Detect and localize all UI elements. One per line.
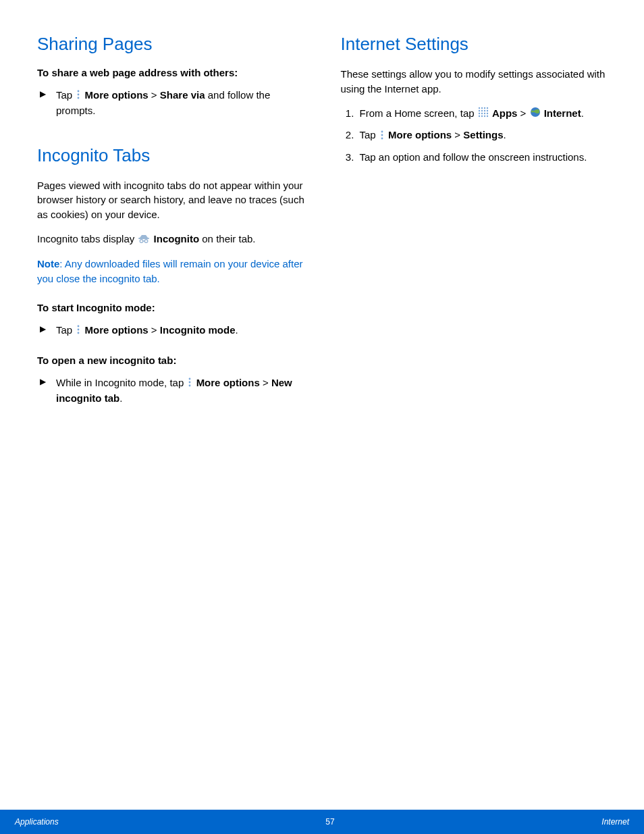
svg-point-20: [487, 109, 488, 111]
incognito-display: Incognito tabs display Incognito on thei…: [37, 232, 307, 247]
svg-point-2: [78, 97, 80, 99]
left-column: Sharing Pages To share a web page addres…: [37, 34, 307, 422]
svg-point-4: [140, 240, 144, 243]
svg-point-28: [487, 115, 488, 116]
svg-point-8: [78, 329, 80, 331]
more-options-icon: [76, 88, 81, 103]
footer-page-number: 57: [325, 817, 334, 827]
incognito-icon: [138, 232, 150, 247]
incognito-desc: Pages viewed with incognito tabs do not …: [37, 178, 307, 222]
svg-point-16: [487, 107, 488, 108]
step-start-incognito: Tap More options > Incognito mode.: [53, 323, 307, 338]
svg-point-25: [479, 115, 480, 116]
svg-point-22: [481, 112, 483, 113]
svg-point-32: [381, 137, 383, 139]
footer-right: Internet: [601, 817, 629, 827]
step-home-apps-internet: From a Home screen, tap Apps >: [357, 106, 611, 122]
svg-point-12: [189, 385, 191, 387]
step-follow-instructions: Tap an option and follow the onscreen in…: [357, 150, 611, 165]
svg-point-7: [78, 325, 80, 328]
more-options-icon: [379, 129, 385, 144]
heading-sharing-pages: Sharing Pages: [37, 34, 307, 55]
svg-point-19: [484, 109, 485, 111]
svg-point-26: [481, 115, 483, 116]
svg-point-9: [78, 332, 80, 334]
svg-point-27: [484, 115, 485, 116]
step-open-incognito-tab: While in Incognito mode, tap More option…: [53, 375, 307, 406]
more-options-icon: [76, 323, 81, 338]
subhead-open-incognito-tab: To open a new incognito tab:: [37, 355, 307, 366]
svg-point-14: [481, 107, 483, 108]
svg-point-1: [78, 94, 80, 96]
svg-point-24: [487, 112, 488, 113]
heading-incognito-tabs: Incognito Tabs: [37, 145, 307, 166]
svg-point-5: [145, 240, 149, 243]
svg-point-21: [479, 112, 480, 113]
step-more-settings: Tap More options > Settings.: [357, 128, 611, 143]
step-share: Tap More options > Share via and follow …: [53, 88, 307, 118]
svg-point-18: [481, 109, 483, 111]
right-column: Internet Settings These settings allow y…: [341, 34, 611, 422]
subhead-share: To share a web page address with others:: [37, 67, 307, 78]
svg-point-30: [381, 130, 383, 132]
settings-desc: These settings allow you to modify setti…: [341, 67, 611, 97]
heading-internet-settings: Internet Settings: [341, 34, 611, 55]
subhead-start-incognito: To start Incognito mode:: [37, 302, 307, 313]
svg-point-15: [484, 107, 485, 108]
svg-rect-3: [138, 238, 149, 239]
svg-point-10: [189, 378, 191, 380]
svg-point-31: [381, 134, 383, 136]
apps-grid-icon: [478, 107, 489, 122]
page-footer: Applications 57 Internet: [0, 810, 644, 834]
note-downloads: Note: Any downloaded files will remain o…: [37, 257, 307, 286]
footer-left: Applications: [15, 817, 59, 827]
svg-point-23: [484, 112, 485, 113]
more-options-icon: [187, 376, 192, 391]
svg-point-11: [189, 382, 191, 384]
svg-point-0: [78, 90, 80, 93]
svg-point-13: [479, 107, 480, 108]
globe-icon: [530, 107, 541, 122]
svg-point-17: [479, 109, 480, 111]
